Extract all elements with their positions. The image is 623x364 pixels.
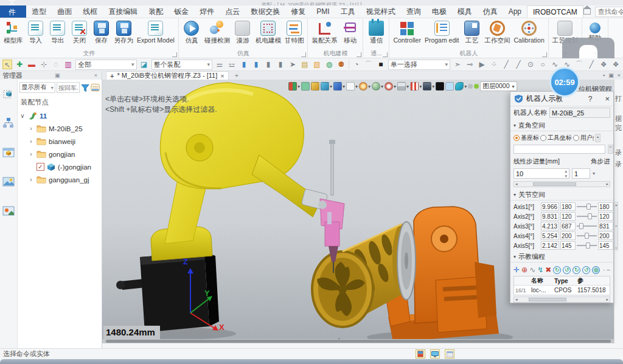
mdi-close-icon[interactable]: × bbox=[618, 72, 621, 78]
axis2-value-field[interactable]: 9.831 bbox=[541, 212, 559, 221]
tree-row[interactable]: › bianweiji bbox=[19, 135, 100, 148]
communication-button[interactable]: 通信 bbox=[365, 19, 387, 45]
scene-image-icon[interactable] bbox=[2, 176, 15, 188]
target-tool[interactable]: ▾ bbox=[385, 82, 396, 91]
rotate-ccw-icon[interactable]: ↺ bbox=[563, 266, 571, 274]
column-gray-icon[interactable]: ▮ bbox=[263, 60, 273, 69]
light-on-icon[interactable] bbox=[474, 84, 479, 89]
menu-data-exchange[interactable]: 数据交换 bbox=[245, 5, 285, 18]
joint-vscrollbar[interactable]: ▴=▿ bbox=[614, 202, 618, 250]
group-expander-icon[interactable] bbox=[301, 52, 306, 57]
replay-icon[interactable]: ↺ bbox=[582, 266, 590, 274]
walkthrough-button[interactable]: 漫游 bbox=[232, 19, 254, 45]
record-point-icon[interactable]: ⊕ bbox=[521, 266, 527, 274]
axis2-max-field[interactable]: 120 bbox=[598, 212, 613, 221]
table-row[interactable]: 16/1 loc-... CPOS 1157.5018 bbox=[514, 286, 610, 295]
points-icon[interactable]: ⁘ bbox=[489, 60, 499, 69]
display-monitor-icon[interactable] bbox=[430, 349, 440, 359]
menu-surface[interactable]: 曲面 bbox=[52, 5, 77, 18]
manager-close-icon[interactable]: × bbox=[92, 72, 99, 78]
background-color[interactable] bbox=[436, 82, 444, 91]
new-tab-button[interactable]: + bbox=[235, 72, 238, 79]
circle-icon[interactable]: ○ bbox=[538, 60, 548, 69]
layer-dropdown[interactable]: 图层0000 ▾ bbox=[480, 81, 517, 91]
assembly-relation-button[interactable]: 装配关系 bbox=[310, 19, 339, 45]
group-expander-icon[interactable] bbox=[383, 52, 388, 57]
assembly-cube-icon[interactable]: ◪ bbox=[139, 60, 149, 69]
collapse-caret-icon[interactable]: ∨ bbox=[19, 112, 26, 119]
axis1-min-field[interactable]: 180 bbox=[560, 202, 576, 211]
window-layout-icon[interactable] bbox=[445, 349, 454, 359]
group-expander-icon[interactable] bbox=[542, 52, 547, 57]
menu-simulation[interactable]: 仿真 bbox=[478, 5, 503, 18]
axis2-slider[interactable] bbox=[577, 212, 597, 221]
process-button[interactable]: 工艺 bbox=[461, 19, 483, 45]
tab-close-icon[interactable]: × bbox=[220, 72, 224, 80]
tree-row[interactable]: › gongjian bbox=[19, 148, 100, 160]
viewport-split[interactable]: ▾ bbox=[397, 82, 409, 91]
history-icon[interactable]: ◔ bbox=[352, 60, 361, 69]
wireframe-view[interactable]: ▾ bbox=[346, 82, 358, 91]
section-teach-programming[interactable]: ▾ 示教编程 bbox=[510, 250, 613, 263]
linear-step-input[interactable]: 10▴▾ bbox=[513, 168, 569, 179]
axis5-slider[interactable] bbox=[577, 241, 597, 250]
loop-icon[interactable]: ↻ bbox=[573, 266, 580, 274]
menu-irobotcam[interactable]: IROBOTCAM bbox=[527, 5, 583, 18]
filter-chart-icon[interactable]: ▥ bbox=[63, 60, 73, 69]
expand-caret-icon[interactable]: › bbox=[28, 151, 34, 157]
menu-inquire[interactable]: 查询 bbox=[401, 5, 426, 18]
menu-app[interactable]: App bbox=[503, 5, 527, 18]
slash-icon[interactable]: ╱ bbox=[586, 60, 596, 69]
axis4-value-field[interactable]: 5.254 bbox=[541, 232, 559, 240]
light-off-icon[interactable] bbox=[468, 84, 473, 89]
list-settings-icon[interactable] bbox=[91, 83, 100, 92]
gantt-button[interactable]: 甘特图 bbox=[283, 19, 306, 45]
hierarchy-icon[interactable] bbox=[2, 117, 15, 129]
menu-wireframe[interactable]: 线框 bbox=[77, 5, 103, 18]
unlink-icon[interactable]: ⚍ bbox=[227, 60, 237, 69]
column-gray-icon[interactable]: ▮ bbox=[276, 60, 285, 69]
assembly-tree-icon[interactable] bbox=[2, 88, 15, 100]
section-joint-space[interactable]: ▾ 关节空间 bbox=[510, 188, 613, 201]
pick-icon[interactable]: ➣ bbox=[453, 60, 462, 69]
axis3-min-field[interactable]: 687 bbox=[560, 222, 576, 230]
menu-weldment[interactable]: 焊件 bbox=[194, 5, 220, 18]
tool-frame-radio[interactable] bbox=[540, 135, 546, 141]
menu-file[interactable]: 文件(F) bbox=[0, 5, 26, 18]
line2-icon[interactable]: ╱ bbox=[513, 60, 523, 69]
cartesian-hscrollbar[interactable]: ◂▸ bbox=[513, 181, 610, 187]
path-edit-icon[interactable]: ↯ bbox=[537, 266, 543, 274]
folder-gold-icon[interactable]: ▧ bbox=[312, 60, 322, 69]
arc-icon[interactable]: ⌒ bbox=[574, 60, 584, 69]
model-library-button[interactable]: 模型库 bbox=[2, 19, 25, 45]
render-icon[interactable] bbox=[2, 205, 15, 217]
command-search-input[interactable] bbox=[598, 8, 623, 15]
axis3-slider[interactable] bbox=[577, 222, 597, 230]
world-jog-icon[interactable]: ◍ bbox=[592, 266, 600, 274]
face2-icon[interactable]: ❖ bbox=[611, 60, 621, 69]
move-select-icon[interactable]: ⊹ bbox=[39, 60, 49, 69]
play-small-icon[interactable]: ▶ bbox=[477, 60, 487, 69]
simulate-button[interactable]: 仿真 bbox=[181, 19, 203, 45]
background-color2[interactable] bbox=[445, 82, 454, 91]
menu-tools[interactable]: 工具 bbox=[335, 5, 361, 18]
solid-view[interactable]: ▾ bbox=[333, 82, 345, 91]
filter-dropdown[interactable]: 全部▾ bbox=[75, 60, 137, 70]
circle-center-icon[interactable]: ⊙ bbox=[526, 60, 535, 69]
tree-row[interactable]: › gangguan_gj bbox=[19, 173, 100, 186]
save-button[interactable]: 保存 bbox=[91, 19, 113, 45]
people-icon[interactable]: ⚉ bbox=[336, 60, 346, 69]
selection-mode-dropdown[interactable]: 单一选择▾ bbox=[388, 60, 450, 70]
tree-row[interactable]: › M-20iB_25 bbox=[19, 122, 100, 135]
dialog-vscrollbar-thumb[interactable]: = bbox=[608, 145, 613, 154]
section-cartesian-space[interactable]: ▾ 直角空间 bbox=[510, 119, 613, 131]
menu-repair[interactable]: 修复 bbox=[285, 5, 311, 18]
manager-dock-icon[interactable]: ▣ bbox=[53, 72, 62, 78]
tree-row-component[interactable]: ✓ (-)gongjian bbox=[19, 160, 100, 173]
axis4-slider[interactable] bbox=[577, 232, 597, 240]
program-edit-button[interactable]: Progam edit bbox=[423, 19, 461, 45]
face-icon[interactable]: ❖ bbox=[599, 60, 608, 69]
scope-dropdown[interactable]: 整个装配▾ bbox=[151, 60, 213, 70]
list-doc-icon[interactable]: ▤ bbox=[300, 60, 310, 69]
jog-move-icon[interactable]: ✛ bbox=[513, 266, 520, 274]
